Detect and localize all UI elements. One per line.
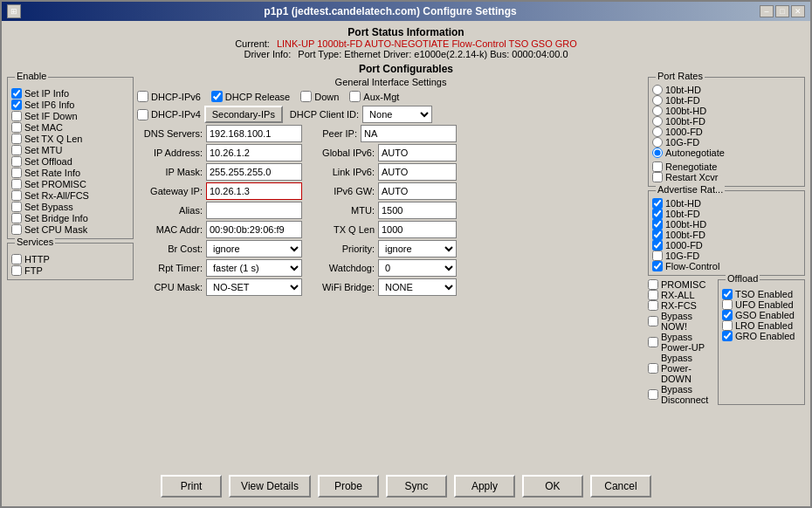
dhcp-ipv4-check[interactable]: DHCP-IPv4 (137, 109, 201, 120)
port-rate-100bt_hd[interactable]: 100bt-HD (652, 106, 801, 116)
service-item-http[interactable]: HTTP (11, 254, 129, 264)
gateway-ip-input[interactable] (206, 182, 302, 200)
priority-select[interactable]: ignore (378, 240, 457, 257)
port-rate-100bt_fd[interactable]: 100bt-FD (652, 116, 801, 127)
port-rate-radio-10bt_fd[interactable] (652, 95, 663, 106)
top-checkbox-down[interactable] (300, 91, 312, 102)
port-rate-10g_fd[interactable]: 10G-FD (652, 137, 801, 148)
offload-gro_enabled[interactable]: GRO Enabled (722, 331, 801, 341)
port-rate-radio-10bt_hd[interactable] (652, 85, 663, 95)
offload-cb-gro_enabled[interactable] (722, 331, 733, 341)
enable-item-set_bridge_info[interactable]: Set Bridge Info (11, 213, 129, 223)
port-rate-10bt_hd[interactable]: 10bt-HD (652, 85, 801, 95)
mtu-input[interactable] (378, 202, 457, 219)
enable-checkbox-set_offload[interactable] (11, 156, 22, 167)
ok-button[interactable]: OK (522, 475, 583, 498)
top-check-dhcp_release[interactable]: DHCP Release (211, 91, 290, 102)
bypass-cb-bypass_disconnect[interactable] (648, 389, 658, 400)
enable-checkbox-set_ip_info[interactable] (11, 88, 22, 99)
br-cost-select[interactable]: ignore (206, 240, 302, 257)
adv-rate-cb-adv_100bt_fd[interactable] (652, 230, 663, 240)
link-ipv6-input[interactable] (378, 163, 457, 181)
service-checkbox-http[interactable] (11, 254, 22, 264)
adv-rate-cb-adv_100bt_hd[interactable] (652, 219, 663, 230)
bypass-cb-bypass_power_down[interactable] (648, 363, 658, 374)
adv-rate-adv_flow_control[interactable]: Flow-Control (652, 261, 801, 271)
enable-item-set_bypass[interactable]: Set Bypass (11, 202, 129, 212)
enable-checkbox-set_mtu[interactable] (11, 145, 22, 155)
adv-rate-cb-adv_flow_control[interactable] (652, 261, 663, 271)
bypass-rx_all[interactable]: RX-ALL (648, 290, 714, 300)
sync-button[interactable]: Sync (386, 475, 447, 498)
wifi-bridge-select[interactable]: NONE (378, 278, 457, 296)
view-details-button[interactable]: View Details (229, 475, 311, 498)
offload-cb-tso_enabled[interactable] (722, 289, 733, 299)
enable-checkbox-set_bridge_info[interactable] (11, 213, 22, 223)
tx-q-len-input[interactable] (378, 221, 457, 238)
dhcp-client-id-select[interactable]: None (362, 106, 432, 123)
bypass-bypass_now[interactable]: Bypass NOW! (648, 311, 714, 332)
peer-ip-input[interactable] (361, 125, 457, 142)
bypass-cb-rx_fcs[interactable] (648, 300, 658, 311)
enable-item-set_cpu_mask[interactable]: Set CPU Mask (11, 224, 129, 235)
enable-item-set_promisc[interactable]: Set PROMISC (11, 179, 129, 189)
port-rate-1000_fd[interactable]: 1000-FD (652, 127, 801, 137)
close-button[interactable]: ✕ (791, 5, 805, 17)
port-rate-radio-1000_fd[interactable] (652, 127, 663, 137)
maximize-button[interactable]: □ (775, 5, 789, 17)
adv-rate-adv_1000_fd[interactable]: 1000-FD (652, 240, 801, 251)
minimize-button[interactable]: – (760, 5, 774, 17)
port-rate-radio-10g_fd[interactable] (652, 137, 663, 148)
enable-checkbox-set_promisc[interactable] (11, 179, 22, 189)
print-button[interactable]: Print (161, 475, 222, 498)
offload-tso_enabled[interactable]: TSO Enabled (722, 289, 801, 299)
enable-item-set_rate_info[interactable]: Set Rate Info (11, 168, 129, 178)
bypass-cb-bypass_now[interactable] (648, 316, 658, 326)
top-check-dhcp_ipv6[interactable]: DHCP-IPv6 (137, 91, 201, 102)
offload-ufo_enabled[interactable]: UFO Enabled (722, 299, 801, 310)
enable-checkbox-set_ip6_info[interactable] (11, 100, 22, 110)
enable-item-set_mac[interactable]: Set MAC (11, 122, 129, 133)
enable-item-set_rx_all_fcs[interactable]: Set Rx-All/FCS (11, 190, 129, 201)
bypass-cb-bypass_power_up[interactable] (648, 337, 658, 347)
enable-item-set_tx_q_len[interactable]: Set TX Q Len (11, 134, 129, 144)
offload-cb-lro_enabled[interactable] (722, 320, 733, 331)
enable-item-set_mtu[interactable]: Set MTU (11, 145, 129, 155)
enable-checkbox-set_cpu_mask[interactable] (11, 224, 22, 235)
port-rate-radio-autonegotiate[interactable] (652, 148, 663, 158)
top-checkbox-dhcp_ipv6[interactable] (137, 91, 148, 102)
offload-cb-ufo_enabled[interactable] (722, 299, 733, 310)
adv-rate-cb-adv_10bt_fd[interactable] (652, 209, 663, 219)
enable-item-set_offload[interactable]: Set Offload (11, 156, 129, 167)
service-checkbox-ftp[interactable] (11, 265, 22, 276)
rpt-timer-select[interactable]: faster (1 s) (206, 259, 302, 277)
adv-rate-adv_10bt_fd[interactable]: 10bt-FD (652, 209, 801, 219)
enable-item-set_if_down[interactable]: Set IF Down (11, 111, 129, 121)
adv-rate-cb-adv_10g_fd[interactable] (652, 251, 663, 261)
top-check-aux_mgt[interactable]: Aux-Mgt (349, 91, 399, 102)
cancel-button[interactable]: Cancel (590, 475, 651, 498)
top-check-down[interactable]: Down (300, 91, 339, 102)
top-checkbox-dhcp_release[interactable] (211, 91, 223, 102)
bypass-cb-rx_all[interactable] (648, 290, 658, 300)
enable-checkbox-set_mac[interactable] (11, 122, 22, 133)
ip-address-input[interactable] (206, 144, 302, 161)
adv-rate-adv_10bt_hd[interactable]: 10bt-HD (652, 198, 801, 209)
bypass-bypass_power_up[interactable]: Bypass Power-UP (648, 332, 714, 353)
dns-servers-input[interactable] (206, 125, 302, 142)
dhcp-ipv4-checkbox[interactable] (137, 109, 148, 120)
adv-rate-cb-adv_10bt_hd[interactable] (652, 198, 663, 209)
enable-item-set_ip_info[interactable]: Set IP Info (11, 88, 129, 99)
port-rate-extra-cb-restart_xcvr[interactable] (652, 172, 663, 182)
port-rate-10bt_fd[interactable]: 10bt-FD (652, 95, 801, 106)
bypass-rx_fcs[interactable]: RX-FCS (648, 300, 714, 311)
port-rate-radio-100bt_hd[interactable] (652, 106, 663, 116)
adv-rate-adv_10g_fd[interactable]: 10G-FD (652, 251, 801, 261)
enable-checkbox-set_rx_all_fcs[interactable] (11, 190, 22, 201)
enable-checkbox-set_rate_info[interactable] (11, 168, 22, 178)
adv-rate-adv_100bt_hd[interactable]: 100bt-HD (652, 219, 801, 230)
apply-button[interactable]: Apply (454, 475, 515, 498)
offload-lro_enabled[interactable]: LRO Enabled (722, 320, 801, 331)
cpu-mask-select[interactable]: NO-SET (206, 278, 302, 296)
ip-mask-input[interactable] (206, 163, 302, 181)
